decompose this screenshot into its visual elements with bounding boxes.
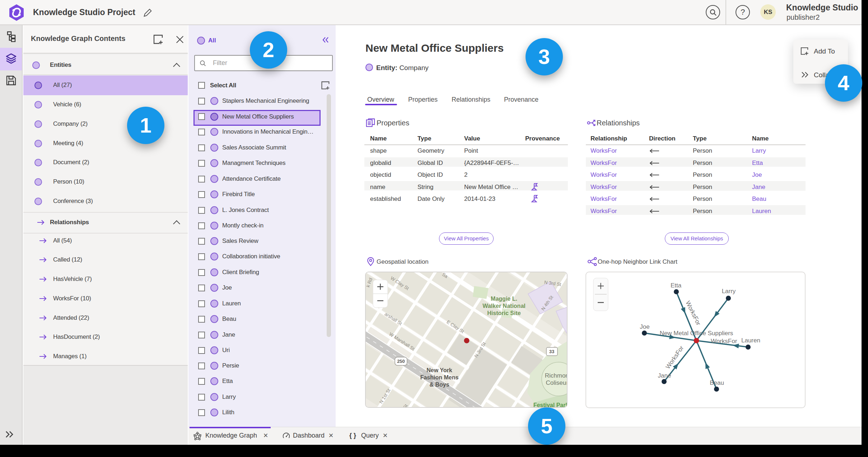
svg-text:Joe: Joe [640, 323, 649, 330]
svg-text:250: 250 [397, 359, 405, 364]
svg-text:Coliseum: Coliseum [546, 379, 568, 386]
svg-text:Historic Site: Historic Site [487, 310, 521, 316]
svg-text:Festival Park: Festival Park [533, 402, 568, 408]
svg-text:Beau: Beau [710, 379, 724, 386]
svg-text:Walker National: Walker National [482, 303, 525, 309]
svg-text:Fashion Mens: Fashion Mens [420, 374, 459, 380]
svg-text:WorksFor: WorksFor [684, 300, 702, 327]
svg-text:Richmond: Richmond [545, 372, 568, 379]
svg-text:Jane: Jane [658, 372, 671, 379]
svg-text:Lauren: Lauren [741, 337, 760, 344]
svg-text:Etta: Etta [671, 282, 682, 289]
svg-text:Larry: Larry [722, 288, 736, 295]
svg-text:New York: New York [426, 367, 452, 373]
svg-text:New Metal Office Suppliers: New Metal Office Suppliers [660, 330, 733, 337]
svg-text:WorksFor: WorksFor [711, 338, 737, 345]
svg-text:Maggie L.: Maggie L. [491, 296, 517, 302]
svg-text:33: 33 [549, 349, 554, 354]
svg-text:& Boys: & Boys [429, 382, 449, 388]
